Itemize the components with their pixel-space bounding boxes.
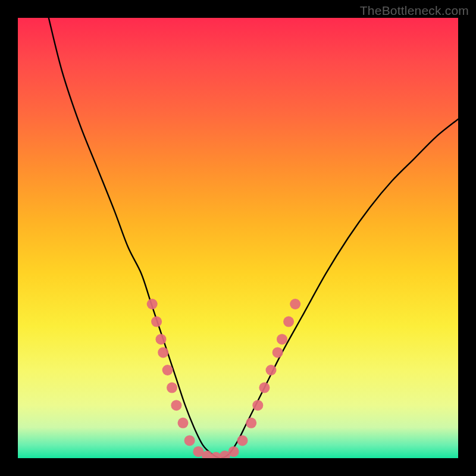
curve-layer: [49, 18, 458, 458]
marker-dot: [273, 347, 283, 358]
marker-dot: [151, 317, 162, 327]
marker-dot: [162, 365, 173, 375]
outer-frame: TheBottleneck.com: [0, 0, 476, 476]
marker-dot: [178, 418, 189, 428]
plot-area: [18, 18, 458, 458]
marker-dot: [237, 435, 248, 446]
marker-dot: [277, 334, 287, 345]
marker-dot: [290, 299, 300, 309]
marker-dot: [147, 299, 158, 309]
watermark-text: TheBottleneck.com: [360, 4, 469, 18]
marker-dot: [228, 446, 239, 457]
marker-dot: [259, 383, 270, 393]
marker-dot: [266, 365, 277, 375]
marker-dot: [246, 418, 256, 428]
marker-dot: [171, 400, 181, 411]
marker-dot: [252, 400, 263, 411]
bottleneck-curve-path: [49, 18, 458, 458]
marker-dot: [167, 383, 177, 393]
chart-svg: [18, 18, 458, 458]
marker-dot: [158, 347, 168, 358]
marker-dot: [283, 317, 294, 327]
marker-layer: [147, 299, 301, 458]
marker-dot: [156, 334, 167, 345]
marker-dot: [184, 435, 195, 446]
